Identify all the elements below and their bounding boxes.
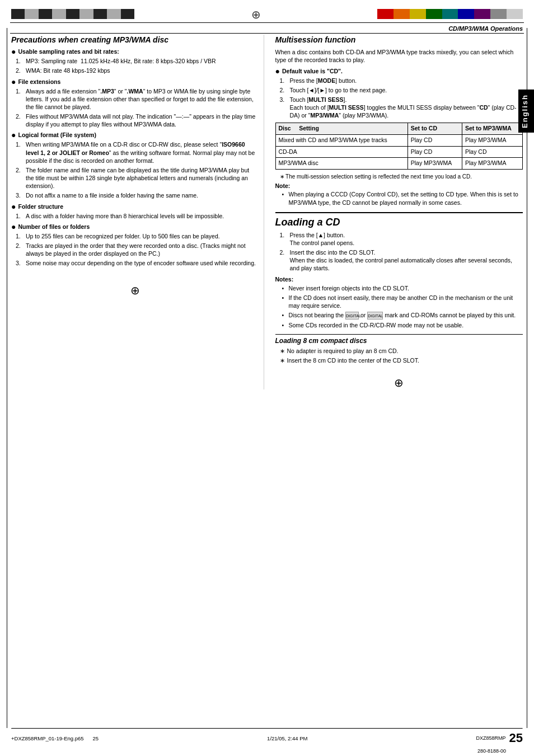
bar-teal [442,9,458,19]
note-8cm-1: ∗ No adapter is required to play an 8 cm… [280,347,523,355]
table-cell-mp3-2: Play CD [462,146,523,158]
bar-gray [490,9,507,19]
table-header-disc: Disc Setting [275,123,407,135]
notes-title: Notes: [275,276,523,283]
list-item: 2.WMA: Bit rate 48 kbps-192 kbps [11,67,259,74]
page-header: CD/MP3/WMA Operations [0,23,534,33]
section-title-header: CD/MP3/WMA Operations [448,25,523,32]
bar-seg-4 [52,9,65,19]
table-cell-cd3: Play MP3/WMA [407,158,462,170]
heading-logical: ● Logical format (File system) [11,132,259,139]
list-item: 1.Always add a file extension ".MP3" or … [11,87,259,111]
heading-files: ● Number of files or folders [11,223,259,231]
table-header-setcd: Set to CD [407,123,462,135]
list-item: 2.Tracks are played in the order that th… [11,242,259,257]
list-item: 2.Insert the disc into the CD SLOT.When … [275,248,523,273]
top-bar-right [377,9,523,19]
list-item: 1.Press the [▲] button.The control panel… [275,231,523,247]
footer-code: 280-8188-00 [11,748,523,754]
list-item: 1.When writing MP3/WMA file on a CD-R di… [11,140,259,165]
note-item-1: Never insert foreign objects into the CD… [275,284,523,292]
page-number-area: DXZ858RMP 25 [476,731,523,745]
list-item: 3.Do not affix a name to a file inside a… [11,191,259,199]
heading-default: ● Default value is "CD". [275,68,523,75]
footer-content: +DXZ858RMP_01-19-Eng.p65 25 1/21/05, 2:4… [11,729,523,747]
note-8cm-2: ∗ Insert the 8 cm CD into the center of … [280,356,523,365]
list-item: 1.Up to 255 files can be recognized per … [11,232,259,240]
list-item: 2.Touch [◄]/[►] to go to the next page. [275,86,523,94]
left-column: Precautions when creating MP3/WMA disc ●… [11,35,264,389]
loading-steps: 1.Press the [▲] button.The control panel… [275,231,523,273]
bullet-dot-2: ● [11,78,16,86]
bar-orange [394,9,410,19]
multisession-intro: When a disc contains both CD-DA and MP3/… [275,48,523,64]
table-cell-disc2: CD-DA [275,146,407,158]
table-cell-cd1: Play CD [407,135,462,147]
bar-seg-1 [11,9,25,19]
loading-8cm-title: Loading 8 cm compact discs [275,334,523,345]
compass-icon-top: ⊕ [251,7,261,22]
table-cell-mp3-3: Play MP3/WMA [462,158,523,170]
heading-extensions: ● File extensions [11,78,259,86]
table-cell-disc1: Mixed with CD and MP3/WMA type tracks [275,135,407,147]
loading-notes: Notes: Never insert foreign objects into… [275,276,523,330]
table-header-setmp3: Set to MP3/WMA [462,123,523,135]
bar-green [426,9,442,19]
table-row: MP3/WMA disc Play MP3/WMA Play MP3/WMA [275,158,523,170]
footer-left-text: +DXZ858RMP_01-19-Eng.p65 25 [11,735,99,741]
compass-left: ⊕ [11,284,259,297]
right-border [527,28,527,728]
disc-icon-1: DIGITAL [345,312,359,320]
files-list: 1.Up to 255 files can be recognized per … [11,232,259,267]
right-column: Multisession function When a disc contai… [273,35,523,389]
bullet-dot-1: ● [11,48,16,55]
note-item-3: Discs not bearing the DIGITAL or DIGITAL… [275,311,523,320]
table-cell-cd2: Play CD [407,146,462,158]
top-bar-left [11,9,134,19]
main-content-area: Precautions when creating MP3/WMA disc ●… [0,34,534,389]
list-item: 2.Files without MP3/WMA data will not pl… [11,112,259,128]
bullet-dot-3: ● [11,131,16,139]
bar-blue [458,9,474,19]
loading-cd-title: Loading a CD [275,212,523,228]
folder-list: 1.A disc with a folder having more than … [11,212,259,220]
table-row: Mixed with CD and MP3/WMA type tracks Pl… [275,135,523,147]
bar-purple [474,9,490,19]
multisession-table: Disc Setting Set to CD Set to MP3/WMA Mi… [275,123,523,170]
table-cell-disc3: MP3/WMA disc [275,158,407,170]
multisession-note-label: Note: [275,182,523,189]
bar-seg-6 [79,9,93,19]
language-tab: English [518,90,534,133]
bar-seg-5 [66,9,79,19]
heading-folder: ● Folder structure [11,203,259,210]
bullet-dot-5: ● [11,223,16,231]
extensions-list: 1.Always add a file extension ".MP3" or … [11,87,259,129]
multisession-title: Multisession function [275,35,523,45]
bar-seg-7 [93,9,107,19]
bar-yellow [410,9,426,19]
list-item: 1.MP3: Sampling rate 11.025 kHz-48 kHz, … [11,57,259,65]
multisession-steps: 1.Press the [MODE] button. 2.Touch [◄]/[… [275,77,523,120]
bar-seg-9 [121,9,134,19]
compass-right: ⊕ [275,376,523,389]
sampling-list: 1.MP3: Sampling rate 11.025 kHz-48 kHz, … [11,57,259,74]
list-item: 1.Press the [MODE] button. [275,77,523,84]
left-section-title: Precautions when creating MP3/WMA disc [11,35,259,45]
bullet-dot-4: ● [11,203,16,210]
logical-list: 1.When writing MP3/WMA file on a CD-R di… [11,140,259,199]
page-footer: +DXZ858RMP_01-19-Eng.p65 25 1/21/05, 2:4… [0,726,534,756]
bar-seg-8 [107,9,120,19]
multisession-asterisk: The multi-session selection setting is r… [275,173,523,181]
bar-lightgray [507,9,523,19]
list-item: 3.Touch [MULTI SESS].Each touch of [MULT… [275,96,523,120]
heading-sampling: ● Usable sampling rates and bit rates: [11,48,259,55]
note-item-2: If the CD does not insert easily, there … [275,294,523,309]
bullet-dot-r1: ● [275,67,280,75]
disc-icon-2: DIGITAL [367,312,383,320]
list-item: 2.The folder name and file name can be d… [11,166,259,190]
bar-red [377,9,394,19]
top-decorative-bars: ⊕ [0,0,534,22]
list-item: 3.Some noise may occur depending on the … [11,259,259,267]
loading-8cm-notes: ∗ No adapter is required to play an 8 cm… [275,347,523,365]
multisession-note-text: When playing a CCCD (Copy Control CD), s… [275,190,523,206]
